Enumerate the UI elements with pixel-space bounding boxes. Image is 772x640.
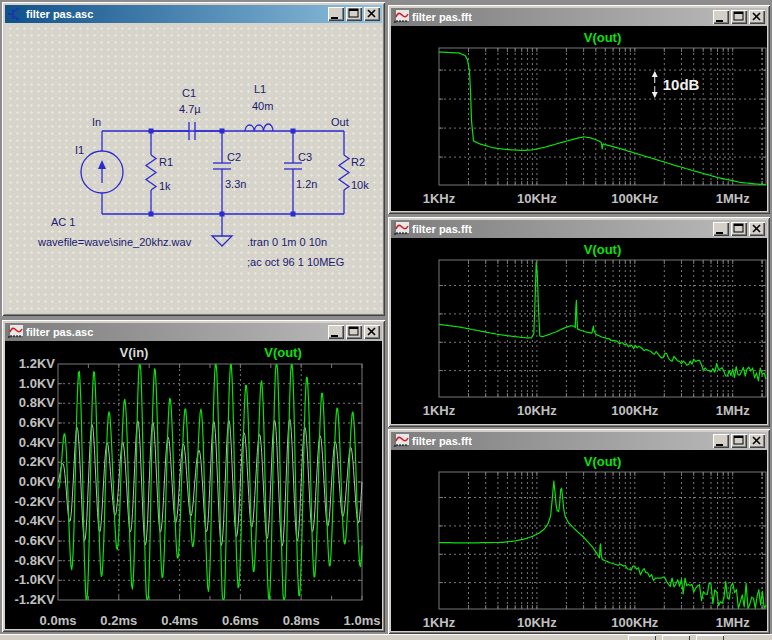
window-fft-spectrum2: filter pas.fft 1KHz10KHz100KHz1MHzV(out) [388,429,770,634]
schematic-doc-icon[interactable] [7,7,23,21]
plot-legend[interactable]: V(out) [584,454,622,469]
close-button[interactable] [749,10,765,24]
close-button[interactable] [364,7,380,21]
label-ac: AC 1 [51,216,75,228]
y-axis-label: -0.6KV [15,533,56,548]
db-scale-annotation: 10dB [652,71,700,98]
minimize-button[interactable] [328,325,344,339]
window-title: filter pas.asc [26,326,328,338]
x-axis-label: 0.8ms [283,613,320,628]
plot-grid [439,260,766,397]
ground-symbol[interactable] [212,214,232,246]
obscured-window-button[interactable] [628,635,656,640]
close-button[interactable] [749,434,765,448]
fft-spectrum-plot[interactable]: 1KHz10KHz100KHz1MHzV(out) [391,238,767,424]
ltspice-mdi-desktop: { "colors": { "trace_green": "#0ce00c", … [0,0,772,640]
trace-vout[interactable] [439,481,766,608]
minimize-button[interactable] [713,434,729,448]
y-axis-label: 0.6KV [19,415,55,430]
x-axis-label: 1MHz [716,191,750,206]
plot-legend[interactable]: V(out) [584,242,622,257]
x-axis-label: 1KHz [423,615,456,630]
time-domain-plot[interactable]: 1.2KV1.0KV0.8KV0.6KV0.4KV0.2KV0.0KV-0.2K… [5,341,382,629]
capacitor-c1[interactable] [151,122,222,140]
waveform-plot-pane[interactable]: 1.2KV1.0KV0.8KV0.6KV0.4KV0.2KV0.0KV-0.2K… [5,341,382,629]
maximize-button[interactable] [731,434,747,448]
net-label-in: In [92,116,101,128]
x-axis-label: 100KHz [611,403,658,418]
x-axis-label: 10KHz [517,191,557,206]
fft-plot-pane[interactable]: 1KHz10KHz100KHz1MHzV(out) [391,450,767,631]
minimize-button[interactable] [328,7,344,21]
plot-grid [439,48,766,185]
x-axis-label: 10KHz [517,615,557,630]
close-button[interactable] [749,222,765,236]
resistor-r1[interactable] [146,131,156,214]
titlebar-fft3[interactable]: filter pas.fft [391,432,767,450]
x-axis-label: 1KHz [423,191,456,206]
current-source-i1[interactable] [81,151,123,193]
waveform-doc-icon[interactable] [393,222,409,236]
label-l1: L1 [254,83,266,95]
fft-spectrum-plot[interactable]: 1KHz10KHz100KHz1MHzV(out) [391,450,767,631]
fft-plot-pane[interactable]: 1KHz10KHz100KHz1MHzV(out)10dB [391,26,767,211]
minimize-button[interactable] [713,10,729,24]
x-axis-label: 1.0ms [344,613,381,628]
window-title: filter pas.fft [412,223,713,235]
capacitor-c3[interactable] [284,131,302,214]
obscured-window-button[interactable] [662,635,690,640]
plot-legend[interactable]: V(out) [584,30,622,45]
window-controls [328,325,380,339]
y-axis-label: -1.2KV [15,592,56,607]
y-axis-label: 0.2KV [19,454,55,469]
fft-plot-pane[interactable]: 1KHz10KHz100KHz1MHzV(out) [391,238,767,424]
titlebar-waveform[interactable]: filter pas.asc [5,323,382,341]
maximize-button[interactable] [346,7,362,21]
window-fft-response: filter pas.fft 1KHz10KHz100KHz1MHzV(out)… [388,5,770,214]
titlebar-fft1[interactable]: filter pas.fft [391,8,767,26]
x-axis-label: 1MHz [716,615,750,630]
maximize-button[interactable] [731,10,747,24]
plot-legend[interactable]: V(in) [120,345,149,360]
mdi-background-strip [0,634,772,640]
value-r1: 1k [159,180,171,192]
maximize-button[interactable] [731,222,747,236]
x-axis-label: 0.2ms [100,613,137,628]
maximize-button[interactable] [346,325,362,339]
minimize-button[interactable] [713,222,729,236]
resistor-r2[interactable] [339,155,349,190]
window-schematic: filter pas.asc [2,2,385,316]
y-axis-label: -0.4KV [15,513,56,528]
window-controls [713,434,765,448]
waveform-doc-icon[interactable] [7,325,23,339]
value-c2: 3.3n [225,178,246,190]
value-l1: 40m [252,100,273,112]
window-title: filter pas.fft [412,11,713,23]
y-axis-label: 1.2KV [19,356,55,371]
inductor-l1[interactable] [245,124,273,131]
plot-legend[interactable]: V(out) [264,345,302,360]
titlebar-fft2[interactable]: filter pas.fft [391,220,767,238]
x-axis-label: 1MHz [716,403,750,418]
capacitor-c2[interactable] [213,131,231,214]
schematic-canvas[interactable]: In Out I1 AC 1 wavefile=wave\sine_20khz.… [5,23,382,313]
trace-vout[interactable] [439,52,766,185]
value-r2: 10k [351,179,369,191]
trace-vout[interactable] [439,262,766,381]
close-button[interactable] [364,325,380,339]
frequency-response-plot[interactable]: 1KHz10KHz100KHz1MHzV(out)10dB [391,26,767,211]
directive-ac: ;ac oct 96 1 10MEG [247,256,344,268]
waveform-doc-icon[interactable] [393,434,409,448]
window-waveform: filter pas.asc 1.2KV1.0KV0.8KV0.6KV0.4KV… [2,320,385,632]
directive-tran: .tran 0 1m 0 10n [247,236,327,248]
obscured-window-button[interactable] [696,635,724,640]
window-controls [713,10,765,24]
label-r1: R1 [159,156,173,168]
waveform-doc-icon[interactable] [393,10,409,24]
label-c2: C2 [227,151,241,163]
titlebar-schematic[interactable]: filter pas.asc [5,5,382,23]
label-r2: R2 [351,156,365,168]
trace-vin[interactable] [58,419,362,546]
x-axis-label: 0.4ms [161,613,198,628]
window-controls [713,222,765,236]
